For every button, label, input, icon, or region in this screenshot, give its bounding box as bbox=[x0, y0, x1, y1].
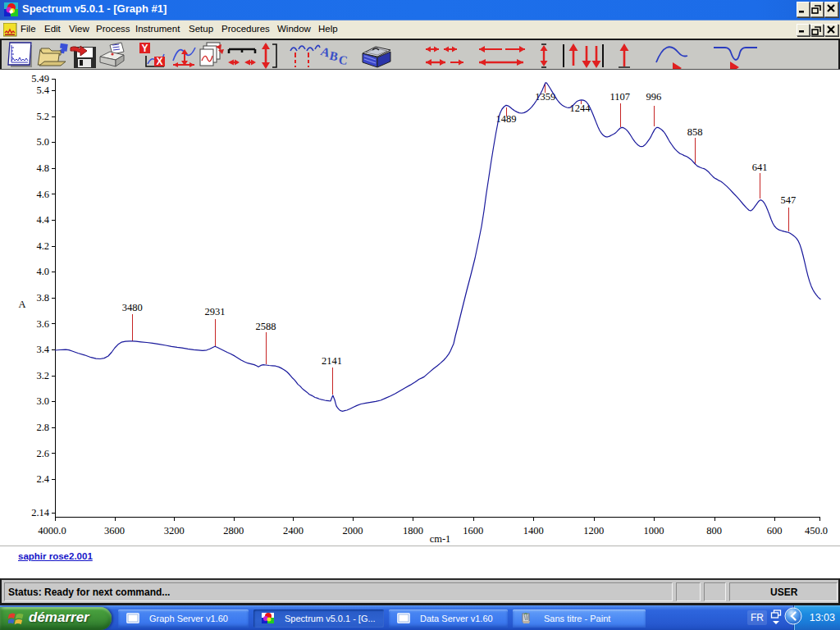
svg-text:C: C bbox=[338, 53, 349, 67]
svg-text:858: 858 bbox=[687, 126, 703, 138]
svg-text:A: A bbox=[18, 299, 25, 310]
svg-text:5.49: 5.49 bbox=[31, 73, 49, 84]
svg-text:1400: 1400 bbox=[523, 525, 544, 536]
svg-text:4.6: 4.6 bbox=[36, 189, 49, 200]
svg-text:1000: 1000 bbox=[644, 525, 664, 536]
svg-text:5.4: 5.4 bbox=[36, 84, 49, 96]
svg-text:1200: 1200 bbox=[583, 525, 604, 536]
svg-text:4.2: 4.2 bbox=[36, 240, 49, 252]
svg-text:2931: 2931 bbox=[205, 306, 226, 317]
svg-text:800: 800 bbox=[706, 525, 722, 536]
svg-text:1800: 1800 bbox=[403, 525, 423, 536]
svg-text:cm-1: cm-1 bbox=[430, 533, 451, 545]
svg-text:641: 641 bbox=[752, 162, 768, 173]
svg-text:4000.0: 4000.0 bbox=[38, 525, 66, 536]
svg-text:3.0: 3.0 bbox=[36, 395, 49, 407]
svg-text:1600: 1600 bbox=[463, 525, 483, 536]
svg-text:5.0: 5.0 bbox=[36, 136, 49, 148]
svg-text:2.14: 2.14 bbox=[31, 507, 50, 518]
svg-text:3480: 3480 bbox=[122, 302, 143, 313]
svg-text:2.8: 2.8 bbox=[36, 422, 49, 433]
svg-text:2.4: 2.4 bbox=[36, 473, 49, 485]
svg-text:2000: 2000 bbox=[343, 525, 363, 536]
svg-text:3.8: 3.8 bbox=[36, 292, 49, 304]
svg-text:547: 547 bbox=[781, 194, 797, 206]
svg-text:3200: 3200 bbox=[164, 525, 185, 536]
svg-text:3.6: 3.6 bbox=[36, 318, 49, 330]
svg-text:Y: Y bbox=[141, 43, 148, 54]
svg-text:2141: 2141 bbox=[322, 355, 342, 367]
svg-text:2588: 2588 bbox=[256, 321, 276, 332]
svg-text:2800: 2800 bbox=[223, 525, 244, 536]
svg-text:2400: 2400 bbox=[283, 525, 304, 536]
svg-text:4.0: 4.0 bbox=[36, 266, 49, 277]
svg-text:1107: 1107 bbox=[610, 91, 631, 103]
svg-text:996: 996 bbox=[646, 91, 662, 103]
svg-text:450.0: 450.0 bbox=[805, 525, 828, 536]
svg-text:3.2: 3.2 bbox=[36, 370, 49, 381]
svg-text:600: 600 bbox=[767, 525, 783, 536]
svg-text:B: B bbox=[328, 49, 339, 64]
svg-text:3600: 3600 bbox=[104, 525, 125, 536]
svg-text:5.2: 5.2 bbox=[36, 111, 49, 122]
svg-text:4.4: 4.4 bbox=[36, 214, 49, 226]
svg-text:3.4: 3.4 bbox=[36, 344, 49, 355]
svg-text:4.8: 4.8 bbox=[36, 162, 49, 174]
svg-text:X: X bbox=[156, 56, 162, 67]
svg-text:2.6: 2.6 bbox=[36, 448, 49, 459]
